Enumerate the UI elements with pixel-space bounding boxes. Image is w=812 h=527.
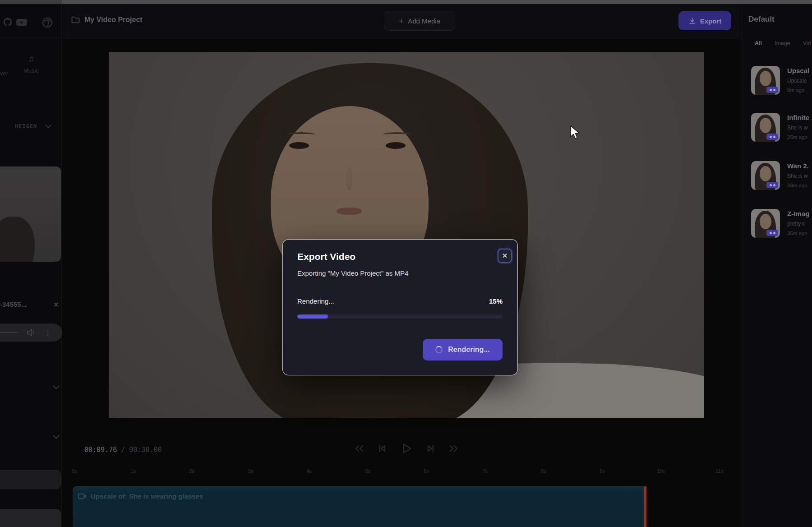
rendering-button[interactable]: Rendering... (423, 339, 503, 361)
dialog-close-button[interactable]: ✕ (498, 249, 512, 263)
render-progress-percent: 15% (489, 297, 503, 305)
spinner-icon (435, 346, 443, 353)
dialog-title: Export Video (297, 251, 355, 262)
dialog-subtitle: Exporting "My Video Project" as MP4 (297, 269, 408, 277)
close-icon: ✕ (502, 252, 508, 260)
mouse-cursor (570, 125, 581, 142)
export-video-dialog: Export Video Exporting "My Video Project… (282, 239, 518, 375)
render-status-row: Rendering... 15% (297, 297, 503, 305)
render-progress-fill (297, 314, 328, 319)
render-status-label: Rendering... (297, 297, 334, 305)
render-progress-bar (297, 314, 503, 319)
app-window: ver ♫ Music HEIGEN -34555... ✕ ⋮ (0, 0, 812, 527)
rendering-button-label: Rendering... (448, 346, 489, 354)
